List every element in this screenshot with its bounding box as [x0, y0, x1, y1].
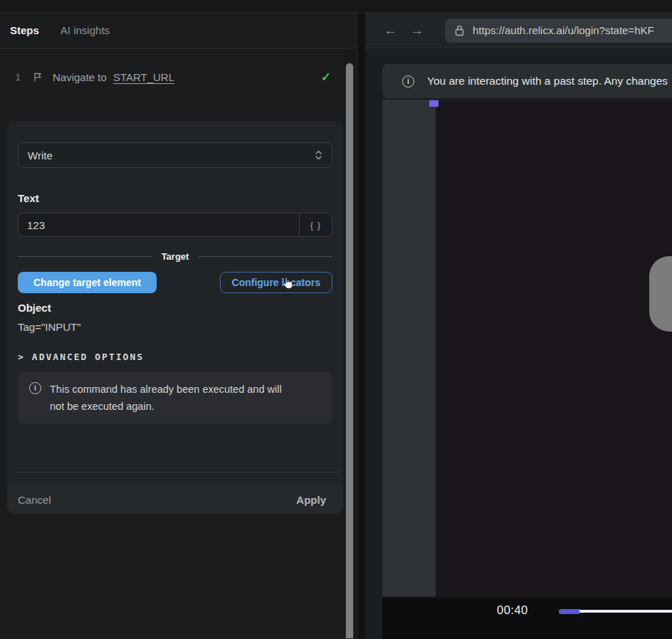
configure-locators-button[interactable]: Configure locators [220, 272, 332, 293]
executed-info-text: This command has already been executed a… [50, 381, 288, 415]
step-editor-card: Write Text { } Target Change target elem… [7, 121, 343, 514]
window-top-strip [0, 0, 672, 13]
footer-divider [17, 472, 340, 472]
cancel-button[interactable]: Cancel [18, 494, 51, 506]
flag-icon [33, 72, 43, 83]
playback-timestamp: 00:40 [497, 603, 528, 617]
step-success-icon: ✓ [321, 70, 331, 85]
step-start-url-link[interactable]: START_URL [113, 71, 174, 83]
change-target-element-button[interactable]: Change target element [18, 272, 157, 293]
target-section-label: Target [162, 251, 189, 262]
executed-info-box: i This command has already been executed… [18, 372, 332, 423]
step-number: 1 [16, 73, 23, 83]
past-step-banner: i You are interacting with a past step. … [382, 64, 672, 98]
steps-scrollbar-track[interactable] [344, 48, 356, 639]
tab-steps[interactable]: Steps [10, 24, 39, 36]
object-tag-value: Tag="INPUT" [18, 321, 332, 333]
variable-braces-button[interactable]: { } [299, 213, 332, 236]
browser-preview-panel: ← → https://auth.relicx.ai/u/login?state… [365, 13, 672, 639]
select-chevrons-icon [315, 149, 322, 162]
playback-progress-bar[interactable] [559, 608, 672, 614]
steps-scrollbar-thumb[interactable] [345, 63, 354, 639]
replay-cursor-icon [436, 105, 444, 118]
step-row[interactable]: 1 Navigate to START_URL ✓ [16, 70, 331, 85]
command-select-value: Write [28, 149, 53, 162]
browser-toolbar: ← → https://auth.relicx.ai/u/login?state… [365, 13, 672, 48]
apply-button[interactable]: Apply [296, 494, 326, 506]
configure-locators-label: Configure locators [232, 277, 320, 288]
editor-footer: Cancel Apply [7, 485, 343, 514]
lock-icon [455, 25, 464, 36]
panel-divider [358, 13, 365, 639]
text-input[interactable] [19, 213, 299, 236]
url-bar[interactable]: https://auth.relicx.ai/u/login?state=hKF [445, 19, 672, 43]
replay-screen-region [436, 102, 672, 598]
progress-fill [559, 609, 579, 614]
command-select[interactable]: Write [18, 142, 332, 168]
panel-tabbar: Steps AI insights [0, 13, 358, 48]
info-icon: i [29, 382, 41, 394]
past-step-banner-text: You are interacting with a past step. An… [427, 75, 668, 88]
advanced-options-toggle[interactable]: > ADVANCED OPTIONS [18, 352, 332, 362]
forward-arrow-icon[interactable]: → [410, 23, 424, 38]
url-text: https://auth.relicx.ai/u/login?state=hKF [473, 24, 654, 36]
text-input-group: { } [18, 213, 332, 237]
step-description: Navigate to [53, 71, 107, 83]
tab-ai-insights[interactable]: AI insights [61, 24, 110, 36]
text-field-label: Text [18, 192, 332, 204]
replay-sidebar-region [382, 100, 436, 596]
info-icon: i [402, 75, 414, 88]
chevron-right-icon: > [18, 352, 25, 362]
advanced-options-label: ADVANCED OPTIONS [32, 352, 144, 362]
progress-remaining [579, 610, 672, 613]
target-section-divider: Target [18, 251, 332, 262]
collapsed-side-handle[interactable] [649, 256, 672, 332]
back-arrow-icon[interactable]: ← [384, 23, 397, 38]
steps-panel: Steps AI insights 1 Navigate to START_UR… [0, 13, 358, 639]
object-label: Object [18, 302, 332, 314]
